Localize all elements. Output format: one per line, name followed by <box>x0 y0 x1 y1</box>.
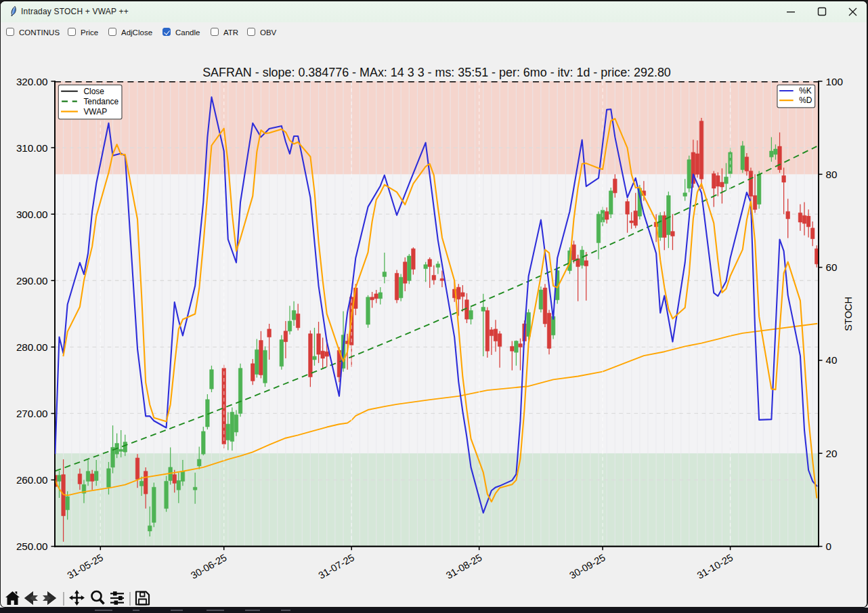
svg-text:%D: %D <box>799 96 812 105</box>
svg-text:Close: Close <box>83 87 104 96</box>
svg-text:270.00: 270.00 <box>16 408 48 419</box>
svg-text:80: 80 <box>825 169 837 180</box>
svg-text:60: 60 <box>825 261 837 273</box>
svg-text:310.00: 310.00 <box>16 142 48 154</box>
svg-text:40: 40 <box>825 354 837 366</box>
svg-text:STOCH: STOCH <box>843 297 854 331</box>
svg-text:SAFRAN - slope: 0.384776 - MAx: SAFRAN - slope: 0.384776 - MAx: 14 3 3 -… <box>202 66 671 79</box>
svg-text:320.00: 320.00 <box>16 76 48 87</box>
svg-text:0: 0 <box>825 541 831 552</box>
svg-text:Tendance: Tendance <box>83 97 118 106</box>
svg-text:250.00: 250.00 <box>16 541 48 552</box>
svg-text:260.00: 260.00 <box>16 474 48 486</box>
svg-text:280.00: 280.00 <box>16 341 48 353</box>
svg-text:VWAP: VWAP <box>83 107 107 117</box>
svg-text:100: 100 <box>825 76 842 87</box>
svg-text:300.00: 300.00 <box>16 209 48 220</box>
svg-text:%K: %K <box>799 86 812 96</box>
svg-text:20: 20 <box>825 448 837 459</box>
svg-text:290.00: 290.00 <box>16 275 48 287</box>
